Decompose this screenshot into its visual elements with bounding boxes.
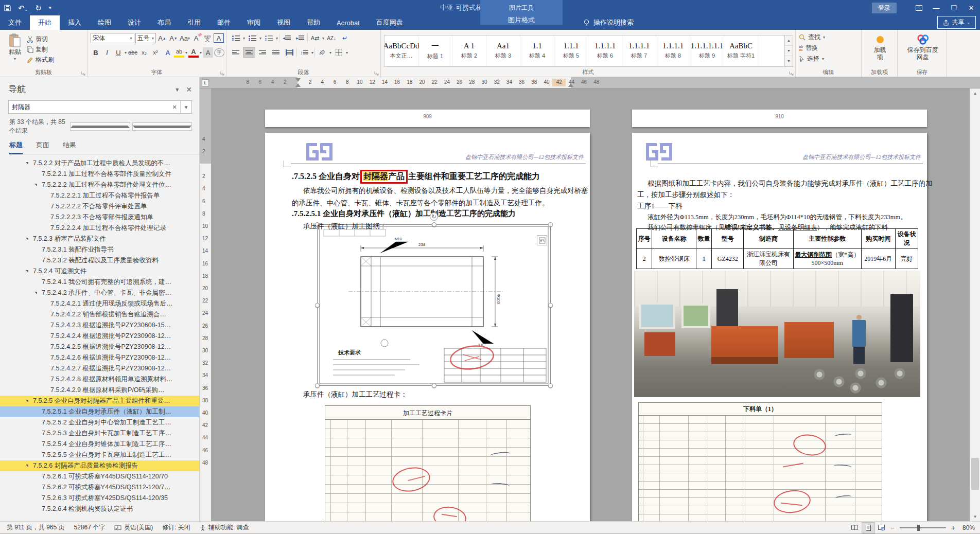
nav-heading-item[interactable]: 7.5.2.4.2.3 根据追溯批号PZY230608-15…	[0, 320, 199, 331]
underline-chevron-icon[interactable]: ▾	[125, 50, 127, 55]
nav-heading-item[interactable]: 7.5.2.6.1 可捞式桥塞Y445DS/QS114-120/70	[0, 471, 199, 482]
font-name-combo[interactable]: 宋体▾	[91, 33, 134, 43]
nav-heading-item[interactable]: 7.5.2.4.2.7 根据追溯批号PZY230908-12…	[0, 363, 199, 374]
vertical-ruler[interactable]: 4224681012141618202224262830323436384042…	[200, 88, 211, 521]
style-item-标题 6[interactable]: 1.1.1.1标题 6	[588, 35, 622, 66]
undo-icon[interactable]: ↶⌄	[18, 4, 28, 12]
nav-heading-item[interactable]: 7.5.2.6.3 可捞式桥塞Y425DS/QS114-120/35	[0, 493, 199, 504]
clear-format-icon[interactable]: A	[191, 33, 201, 43]
resize-handle-n[interactable]	[432, 222, 436, 227]
phonetic-guide-icon[interactable]: wén文	[202, 33, 213, 43]
customize-qat-icon[interactable]: ▾	[49, 5, 51, 10]
nav-heading-item[interactable]: 7.5.2.4.2.8 根据原材料领用单追溯原材料…	[0, 374, 199, 385]
style-item-标题 3[interactable]: Aa1标题 3	[486, 35, 520, 66]
style-item-本文正…[interactable]: AaBbCcDd本文正…	[384, 35, 418, 66]
web-layout-icon[interactable]	[875, 522, 888, 533]
resize-handle-s[interactable]	[432, 383, 436, 388]
align-right-icon[interactable]	[256, 47, 269, 58]
tab-view[interactable]: 视图	[269, 15, 299, 30]
nav-search-options-icon[interactable]: ▾	[180, 101, 191, 113]
nav-heading-item[interactable]: 7.5.2.3.1 装配作业指导书	[0, 244, 199, 255]
nav-heading-item[interactable]: 7.5.2.4.2 承压件、中心管、卡瓦、非金属密…	[0, 288, 199, 298]
nav-heading-item[interactable]: 7.5.2.4.1 我公司拥有完整的可追溯系统，建…	[0, 277, 199, 288]
process-card-scan[interactable]: 加工工艺过程卡片	[325, 405, 531, 521]
sign-in-button[interactable]: 登录	[872, 3, 897, 13]
workshop-photo[interactable]	[634, 271, 920, 397]
minimize-button[interactable]: —	[927, 0, 945, 15]
page-indicator[interactable]: 第 911 页，共 965 页	[2, 522, 69, 533]
nav-heading-item[interactable]: 7.5.2.6.4 检测机构资质认定证书	[0, 504, 199, 514]
word-count[interactable]: 52867 个字	[69, 522, 110, 533]
nav-heading-item[interactable]: 7.5.2.5.4 企业自身对锥体加工制造工艺工序…	[0, 439, 199, 450]
increase-indent-icon[interactable]: ▸	[294, 33, 306, 43]
tab-design[interactable]: 设计	[119, 15, 149, 30]
zoom-out-icon[interactable]: −	[888, 524, 897, 532]
style-gallery-scroll[interactable]: ▲ ▼ ▼	[785, 35, 793, 67]
vertical-scrollbar[interactable]: ▲ ▼	[970, 88, 980, 521]
tab-layout[interactable]: 布局	[149, 15, 179, 30]
collapse-triangle-icon[interactable]	[26, 270, 28, 273]
gallery-down-icon[interactable]: ▼	[785, 46, 793, 56]
nav-heading-item[interactable]: 7.5.2.4 可追溯文件	[0, 266, 199, 277]
change-case-icon[interactable]: Aa▾	[180, 33, 190, 43]
redo-icon[interactable]: ↻	[35, 4, 42, 12]
style-item-标题 8[interactable]: 1.1.1.1标题 8	[656, 35, 690, 66]
save-to-baidu-button[interactable]: 保存到百度网盘	[901, 32, 944, 69]
collapse-triangle-icon[interactable]	[26, 238, 28, 240]
nav-heading-item[interactable]: 7.5.2.2.2.1 加工过程不合格零件报告单	[0, 190, 199, 201]
track-changes-indicator[interactable]: 修订: 关闭	[157, 522, 195, 533]
show-marks-icon[interactable]: ↵	[339, 33, 351, 43]
collapse-triangle-icon[interactable]	[26, 465, 28, 467]
gallery-more-icon[interactable]: ▼	[785, 56, 793, 66]
nav-heading-item[interactable]: 7.5.2.5.2 企业自身对中心管加工制造工艺工…	[0, 417, 199, 428]
sort-icon[interactable]: AZ↓	[325, 33, 338, 43]
resize-handle-se[interactable]	[548, 383, 553, 388]
bullet-list-icon[interactable]	[230, 33, 242, 43]
style-item-标题 字符1[interactable]: AaBbC标题 字符1	[724, 35, 758, 66]
nav-heading-item[interactable]: 7.5.2.2.2.3 不合格零部件报废通知单	[0, 212, 199, 223]
text-effects-icon[interactable]: A	[163, 47, 173, 58]
ribbon-display-options-icon[interactable]	[910, 0, 927, 15]
zoom-in-icon[interactable]: +	[949, 524, 957, 532]
horizontal-ruler[interactable]: 8642246810121416182022242628303234363840…	[211, 77, 970, 88]
nav-search-input[interactable]: 封隔器	[9, 101, 169, 113]
nav-heading-item[interactable]: 7.5.2.3.2 装配过程以及工序质量验收资料	[0, 255, 199, 266]
style-item-标题 9[interactable]: 1.1.1.1.1.1标题 9	[690, 35, 724, 66]
cut-button[interactable]: 剪切	[27, 34, 54, 44]
superscript-icon[interactable]: x²	[150, 47, 161, 58]
highlight-color-icon[interactable]: ab	[174, 47, 184, 58]
zoom-percentage[interactable]: 80%	[957, 524, 978, 531]
technical-drawing-image[interactable]: 238 Φ103 M10 1.6 技术要求	[317, 224, 551, 386]
resize-handle-e[interactable]	[548, 303, 553, 308]
print-layout-icon[interactable]	[862, 522, 875, 533]
resize-handle-w[interactable]	[315, 303, 320, 308]
nav-heading-item[interactable]: 7.5.2.3 桥塞产品装配文件	[0, 234, 199, 244]
styles-dialog-launcher-icon[interactable]	[789, 71, 794, 76]
nav-tab-results[interactable]: 结果	[63, 140, 76, 154]
borders-icon[interactable]	[332, 47, 345, 58]
share-button[interactable]: 共享 ⌄	[937, 16, 976, 29]
clipboard-dialog-launcher-icon[interactable]	[81, 71, 85, 76]
tab-review[interactable]: 审阅	[239, 15, 269, 30]
rotate-handle-icon[interactable]: ↻	[430, 212, 438, 221]
nav-heading-item[interactable]: 7.5.2.5.5 企业自身对卡瓦座加工制造工艺工…	[0, 450, 199, 460]
hanging-indent-marker[interactable]	[295, 83, 301, 87]
nav-heading-item[interactable]: 7.5.2.2.1 加工过程不合格零部件质量控制文件	[0, 169, 199, 180]
collapse-triangle-icon[interactable]	[26, 400, 28, 402]
tab-draw[interactable]: 绘图	[90, 15, 119, 30]
nav-pane-menu-icon[interactable]: ▾	[176, 86, 179, 93]
nav-heading-item[interactable]: 7.5.2.2.2.2 不合格零件评审处置单	[0, 201, 199, 212]
find-button[interactable]: 查找▾	[799, 32, 859, 43]
gallery-up-icon[interactable]: ▲	[785, 35, 793, 46]
character-shading-icon[interactable]: A	[203, 47, 213, 58]
tab-home[interactable]: 开始	[30, 15, 60, 30]
resize-handle-ne[interactable]	[548, 222, 553, 227]
paste-button[interactable]: 粘贴 ▾	[3, 32, 27, 68]
document-canvas[interactable]: 909 910 盘锦中亚石油技术有限公司—12包技术投标文件 .7.5.2.5 …	[211, 88, 970, 521]
distribute-icon[interactable]	[283, 47, 295, 58]
tab-picture-format[interactable]: 图片格式	[480, 15, 563, 25]
paragraph-dialog-launcher-icon[interactable]	[374, 71, 379, 76]
nav-heading-item[interactable]: 7.5.2.4.2.2 销售部根据销售台账追溯合…	[0, 309, 199, 320]
close-button[interactable]: ✕	[962, 0, 980, 15]
nav-heading-item[interactable]: 7.5.2.6.2 可捞式桥塞Y445DS/QS112-120/7…	[0, 482, 199, 493]
